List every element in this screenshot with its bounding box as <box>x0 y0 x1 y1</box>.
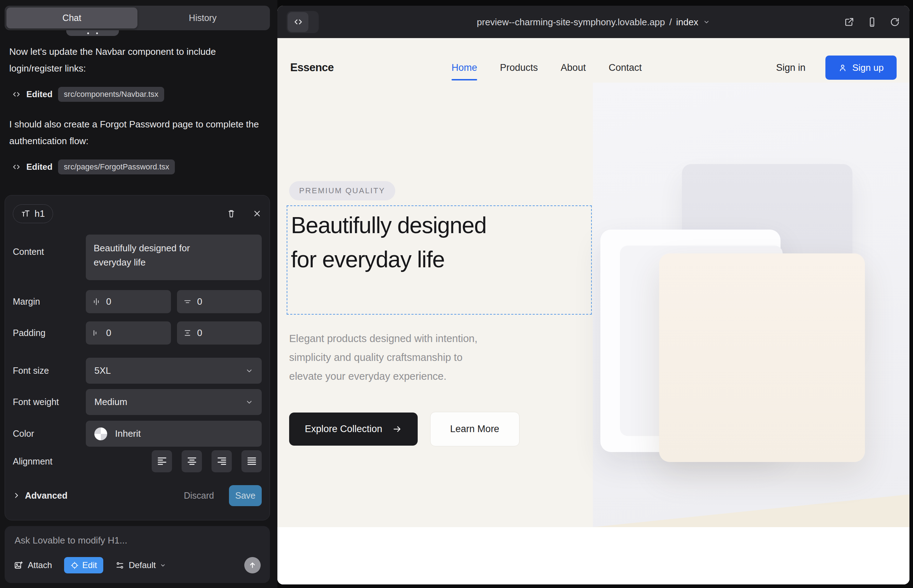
chat-message: I should also create a Forgot Password p… <box>9 116 270 150</box>
tab-history[interactable]: History <box>138 8 269 29</box>
user-icon <box>838 63 847 72</box>
premium-quality-badge: PREMIUM QUALITY <box>289 181 395 200</box>
composer-input[interactable] <box>14 535 262 546</box>
padding-label: Padding <box>13 328 86 338</box>
nav-links: Home Products About Contact <box>452 48 642 87</box>
color-label: Color <box>13 428 86 439</box>
font-weight-label: Font weight <box>13 397 86 407</box>
preview-url: preview--charming-site-symphony.lovable.… <box>477 16 665 27</box>
file-edit-row[interactable]: Edited src/pages/ForgotPassword.tsx <box>12 159 270 175</box>
chevron-down-icon <box>703 18 710 25</box>
chat-message: Now let's update the Navbar component to… <box>9 44 270 77</box>
code-view-toggle[interactable] <box>287 11 319 33</box>
content-input[interactable]: Beautifully designed for everyday life <box>86 234 262 280</box>
align-justify-button[interactable] <box>241 450 262 472</box>
learn-more-button[interactable]: Learn More <box>430 412 520 446</box>
align-center-button[interactable] <box>181 450 202 472</box>
site-navbar: Essence Home Products About Contact Sign… <box>277 48 910 87</box>
font-size-label: Font size <box>13 365 86 376</box>
mode-select[interactable]: Default <box>115 560 166 570</box>
sign-up-button[interactable]: Sign up <box>826 55 897 80</box>
margin-horizontal-icon <box>92 297 100 306</box>
code-icon <box>12 163 21 171</box>
font-weight-select[interactable]: Medium <box>86 389 262 415</box>
chat-sidebar: Chat History Now let's update the Navbar… <box>0 0 277 588</box>
advanced-toggle[interactable]: Advanced <box>13 491 67 501</box>
file-chip[interactable]: src/components/Navbar.tsx <box>58 87 164 102</box>
sidebar-tabbar: Chat History <box>5 6 270 30</box>
preview-toolbar: preview--charming-site-symphony.lovable.… <box>277 6 910 38</box>
margin-y-input[interactable]: 0 <box>177 290 262 313</box>
hero-heading[interactable]: Beautifully designed for everyday life <box>291 208 490 276</box>
arrow-right-icon <box>392 424 402 434</box>
file-chip[interactable]: src/pages/ForgotPassword.tsx <box>58 160 175 174</box>
sliders-icon <box>115 561 124 570</box>
alignment-label: Alignment <box>13 456 86 467</box>
selected-heading-outline[interactable]: Beautifully designed for everyday life <box>287 205 592 315</box>
edit-mode-button[interactable]: Edit <box>64 557 103 573</box>
chevron-right-icon <box>13 492 20 499</box>
align-right-button[interactable] <box>212 450 232 472</box>
tab-chat[interactable]: Chat <box>6 8 138 29</box>
site-preview: Essence Home Products About Contact Sign… <box>277 38 910 585</box>
open-external-icon[interactable] <box>844 17 855 27</box>
url-separator: / <box>669 16 672 27</box>
lovable-workspace: Chat History Now let's update the Navbar… <box>0 0 913 588</box>
chat-composer: Attach Edit Default <box>5 526 270 583</box>
padding-horizontal-icon <box>92 329 100 337</box>
decor-card-peach <box>659 254 865 462</box>
file-edit-row[interactable]: Edited src/components/Navbar.tsx <box>12 86 270 102</box>
align-left-button[interactable] <box>152 450 172 472</box>
selected-tag-label: h1 <box>34 208 45 219</box>
save-button[interactable]: Save <box>229 485 262 506</box>
nav-link-contact[interactable]: Contact <box>609 62 642 73</box>
preview-url-bar[interactable]: preview--charming-site-symphony.lovable.… <box>477 16 710 27</box>
explore-collection-button[interactable]: Explore Collection <box>289 412 418 446</box>
preview-panel: preview--charming-site-symphony.lovable.… <box>277 6 910 585</box>
chevron-down-icon <box>160 562 166 569</box>
font-size-select[interactable]: 5XL <box>86 358 262 384</box>
attach-button[interactable]: Attach <box>14 560 52 570</box>
type-icon <box>21 209 30 218</box>
refresh-icon[interactable] <box>889 17 900 27</box>
target-icon <box>71 561 79 570</box>
padding-x-input[interactable]: 0 <box>86 321 171 344</box>
delete-element-icon[interactable] <box>227 209 236 218</box>
mobile-view-icon[interactable] <box>867 17 877 27</box>
site-logo[interactable]: Essence <box>290 61 333 74</box>
margin-label: Margin <box>13 297 86 307</box>
code-icon <box>288 12 308 32</box>
color-select[interactable]: Inherit <box>86 421 262 447</box>
nav-link-home[interactable]: Home <box>452 62 477 73</box>
chevron-down-icon <box>245 367 253 375</box>
nav-link-about[interactable]: About <box>561 62 586 73</box>
attach-image-icon <box>14 561 24 570</box>
margin-x-input[interactable]: 0 <box>86 290 171 313</box>
margin-vertical-icon <box>183 297 191 306</box>
chat-message-list: Now let's update the Navbar component to… <box>9 44 270 189</box>
close-icon[interactable] <box>253 209 262 218</box>
sign-in-link[interactable]: Sign in <box>776 62 805 73</box>
edited-label: Edited <box>26 89 52 99</box>
hero-section: Essence Home Products About Contact Sign… <box>277 38 910 527</box>
send-button[interactable] <box>244 557 261 573</box>
content-label: Content <box>13 247 86 257</box>
code-icon <box>12 90 21 99</box>
hero-diagonal-accent <box>593 494 910 527</box>
hero-description: Elegant products designed with intention… <box>289 329 478 386</box>
color-swatch <box>94 428 107 440</box>
selected-element-pill[interactable]: h1 <box>13 204 53 223</box>
discard-button[interactable]: Discard <box>184 491 214 501</box>
preview-page: index <box>676 16 698 27</box>
edited-label: Edited <box>26 162 52 172</box>
nav-link-products[interactable]: Products <box>500 62 538 73</box>
element-editor-panel: h1 Content Beautifully designed for ever… <box>5 195 270 520</box>
padding-vertical-icon <box>183 329 191 337</box>
padding-y-input[interactable]: 0 <box>177 321 262 344</box>
chevron-down-icon <box>245 398 253 406</box>
